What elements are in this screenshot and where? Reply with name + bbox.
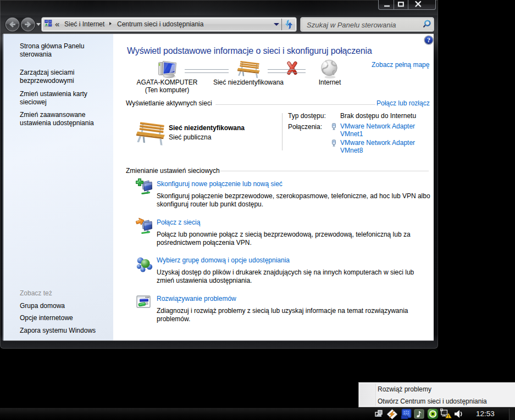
svg-text:?: ?	[427, 36, 430, 44]
